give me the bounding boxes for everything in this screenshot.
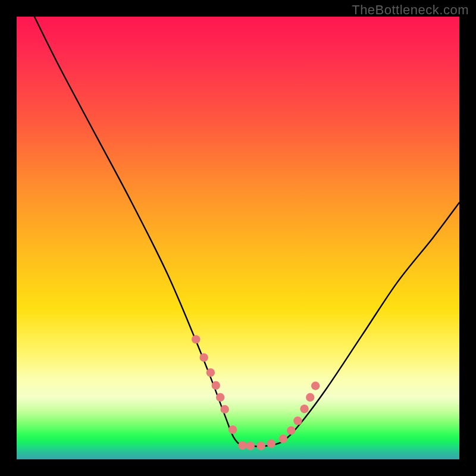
highlight-dot: [238, 441, 246, 450]
highlight-dot: [206, 368, 215, 377]
bottleneck-curve: [35, 17, 459, 447]
highlight-dot: [212, 381, 220, 390]
highlight-dot: [221, 405, 229, 414]
highlight-dot: [246, 442, 255, 450]
watermark-text: TheBottleneck.com: [352, 2, 469, 18]
highlight-dot: [257, 442, 265, 450]
chart-stage: TheBottleneck.com: [0, 0, 476, 476]
highlight-dot: [228, 425, 237, 434]
highlight-dot: [287, 426, 295, 434]
highlight-dots: [192, 335, 320, 450]
highlight-dot: [300, 405, 308, 413]
highlight-dot: [216, 393, 224, 402]
highlight-dot: [267, 440, 275, 448]
highlight-dot: [200, 353, 208, 362]
highlight-dot: [192, 335, 200, 343]
highlight-dot: [293, 416, 302, 425]
highlight-dot: [279, 435, 287, 443]
highlight-dot: [311, 381, 320, 390]
highlight-dot: [306, 393, 314, 402]
curve-layer: [17, 17, 459, 459]
plot-area: [17, 17, 459, 459]
